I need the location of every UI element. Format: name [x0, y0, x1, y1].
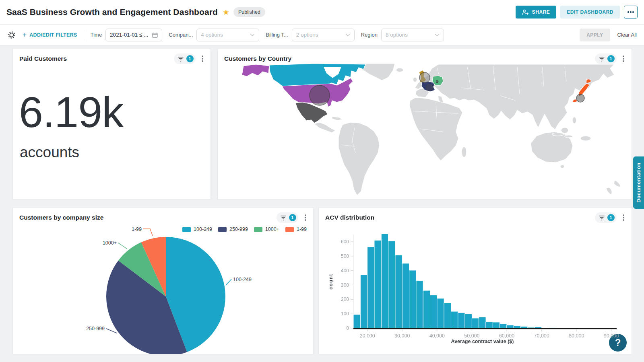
map-country-new-zealand[interactable]	[606, 187, 612, 195]
y-axis-tick-label: 0	[346, 325, 349, 331]
pie-callout-line	[143, 229, 153, 236]
map-region-indonesia[interactable]	[565, 135, 573, 138]
map-country-borneo[interactable]	[561, 128, 568, 133]
histogram-chart[interactable]: 010020030040050060020,00030,00040,00050,…	[319, 208, 632, 354]
histogram-bar[interactable]	[360, 275, 367, 328]
funnel-filter-icon	[178, 56, 184, 62]
histogram-bar[interactable]	[521, 326, 528, 328]
x-axis-tick-label: 60,000	[499, 333, 514, 339]
map-bubble-japan[interactable]	[576, 94, 584, 102]
y-axis-tick-label: 600	[341, 239, 349, 245]
histogram-bar[interactable]	[402, 263, 409, 328]
map-country-madagascar[interactable]	[462, 147, 466, 157]
map-bubble-united-kingdom[interactable]	[419, 72, 430, 83]
histogram-bar[interactable]	[514, 326, 520, 328]
map-country-new-guinea[interactable]	[580, 136, 591, 141]
histogram-bar[interactable]	[479, 317, 486, 328]
region-filter-dropdown[interactable]: 8 options	[381, 29, 444, 41]
histogram-bar[interactable]	[486, 322, 493, 328]
panel-customers-by-country: Customers by Country 1	[217, 49, 632, 200]
histogram-bar[interactable]	[465, 314, 472, 328]
map-country-cuba[interactable]	[332, 117, 343, 120]
map-bubble-france[interactable]	[426, 84, 433, 91]
histogram-bar[interactable]	[493, 322, 500, 328]
chevron-down-icon	[345, 33, 350, 37]
edit-dashboard-button[interactable]: EDIT DASHBOARD	[560, 6, 620, 19]
widget-filter-chip[interactable]: 1	[595, 53, 617, 64]
histogram-bar[interactable]	[367, 247, 374, 328]
map-country-alaska[interactable]	[242, 64, 269, 76]
clear-all-button[interactable]: Clear All	[617, 32, 637, 38]
legend-swatch	[285, 227, 294, 232]
histogram-bar[interactable]	[374, 240, 381, 328]
filter-settings-button[interactable]	[7, 31, 16, 39]
y-axis-tick-label: 200	[341, 296, 349, 302]
histogram-bar[interactable]	[528, 327, 535, 328]
company-filter-dropdown[interactable]: 4 options	[196, 29, 259, 41]
documentation-tab[interactable]: Documentation	[633, 156, 644, 209]
map-bubble-germany[interactable]	[436, 80, 438, 83]
widget-menu-button[interactable]	[303, 214, 308, 221]
histogram-bar[interactable]	[458, 313, 465, 328]
billing-filter-dropdown[interactable]: 2 options	[292, 29, 355, 41]
map-bubble-united-states[interactable]	[310, 85, 330, 105]
filter-group-company: Compan... 4 options	[169, 29, 259, 41]
histogram-bar[interactable]	[353, 315, 360, 328]
histogram-bar[interactable]	[472, 318, 479, 328]
histogram-bar[interactable]	[437, 298, 444, 328]
map-region-indonesia[interactable]	[552, 133, 564, 136]
world-map-chart[interactable]	[218, 64, 632, 200]
more-options-button[interactable]	[624, 6, 638, 19]
panel-title: ACV distribution	[325, 214, 595, 221]
panel-title: Customers by company size	[19, 214, 277, 221]
billing-filter-value: 2 options	[296, 32, 318, 38]
time-filter-input[interactable]: 2021-01-01 ≤ ...	[105, 29, 162, 41]
histogram-bar[interactable]	[500, 324, 507, 328]
histogram-bar[interactable]	[423, 290, 430, 328]
pie-slice-label: 100-249	[233, 277, 252, 282]
histogram-bar[interactable]	[430, 295, 437, 328]
pie-legend: 100-249 250-999 1000+ 1-99	[182, 226, 307, 232]
histogram-bar[interactable]	[507, 325, 514, 328]
apply-button[interactable]: APPLY	[580, 29, 610, 41]
widget-menu-button[interactable]	[621, 214, 626, 221]
map-region-central-america[interactable]	[314, 122, 335, 133]
histogram-bar[interactable]	[451, 311, 458, 328]
map-region-south-america[interactable]	[339, 122, 380, 195]
map-region-africa[interactable]	[409, 97, 462, 161]
histogram-bar[interactable]	[381, 234, 388, 328]
pie-slice-label: 250-999	[86, 326, 105, 331]
widget-filter-chip[interactable]: 1	[595, 212, 617, 223]
widget-menu-button[interactable]	[621, 55, 626, 62]
map-country-ireland[interactable]	[413, 77, 417, 82]
histogram-bar[interactable]	[395, 255, 402, 328]
histogram-bar[interactable]	[388, 241, 395, 328]
y-axis-tick-label: 400	[341, 268, 349, 274]
histogram-bar[interactable]	[416, 281, 423, 328]
histogram-bar[interactable]	[535, 327, 541, 328]
map-country-new-zealand[interactable]	[614, 180, 621, 187]
widget-menu-button[interactable]	[200, 55, 205, 62]
widget-filter-chip[interactable]: 1	[174, 53, 196, 64]
filter-count-badge: 1	[607, 214, 615, 221]
map-country-mexico[interactable]	[295, 102, 328, 123]
map-country-tasmania[interactable]	[560, 165, 564, 168]
plus-icon: +	[23, 31, 27, 39]
map-country-philippines[interactable]	[572, 117, 576, 123]
map-country-germany[interactable]	[432, 76, 443, 85]
y-axis-tick-label: 500	[341, 253, 349, 259]
dashboard-canvas: Paid Customers 1 6.19k accounts Customer…	[0, 45, 644, 362]
x-axis-tick-label: 90,000	[604, 333, 619, 339]
histogram-bar[interactable]	[444, 303, 451, 328]
funnel-filter-icon	[599, 56, 605, 62]
favorite-star-icon[interactable]: ★	[223, 8, 229, 17]
legend-label: 1000+	[265, 226, 279, 232]
share-button[interactable]: SHARE	[516, 6, 557, 19]
filter-label-time: Time	[91, 32, 102, 38]
add-edit-filters-button[interactable]: + ADD/EDIT FILTERS	[23, 31, 77, 39]
widget-filter-chip[interactable]: 1	[277, 212, 298, 223]
map-country-iceland[interactable]	[396, 68, 403, 72]
legend-label: 100-249	[194, 226, 212, 232]
histogram-bar[interactable]	[409, 270, 416, 328]
panel-paid-customers: Paid Customers 1 6.19k accounts	[12, 49, 211, 200]
